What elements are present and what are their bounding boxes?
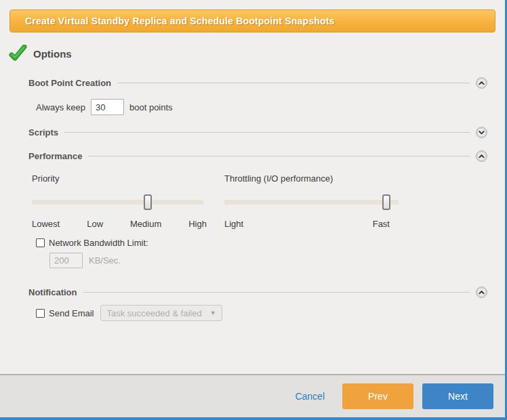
section-title-performance: Performance: [28, 151, 82, 161]
throttling-tick-labels: Light Fast: [224, 219, 399, 229]
wizard-title-banner: Create Virtual Standby Replica and Sched…: [9, 9, 495, 33]
section-divider-line: [64, 132, 470, 133]
network-bandwidth-row: Network Bandwidth Limit:: [36, 238, 487, 248]
next-button[interactable]: Next: [422, 383, 493, 409]
throttling-tick-fast: Fast: [373, 219, 390, 229]
throttling-slider-handle[interactable]: [382, 194, 390, 210]
wizard-footer: Cancel Prev Next: [0, 374, 505, 417]
dropdown-arrow-icon: ▼: [210, 310, 216, 316]
section-header-notification: Notification: [28, 287, 487, 298]
email-trigger-value: Task succeeded & failed: [106, 308, 201, 318]
chevron-up-icon: [476, 77, 487, 89]
bandwidth-unit-label: KB/Sec.: [89, 255, 121, 266]
priority-tick-high: High: [188, 219, 207, 229]
performance-sliders-row: Priority Lowest Low Medium High Throttli…: [32, 173, 487, 229]
priority-tick-medium: Medium: [130, 219, 161, 229]
section-title-scripts: Scripts: [28, 127, 58, 138]
throttling-column: Throttling (I/O performance) Light Fast: [224, 173, 428, 229]
throttling-slider: [224, 194, 428, 210]
priority-column: Priority Lowest Low Medium High: [32, 173, 224, 229]
section-divider-line: [117, 83, 470, 83]
section-divider-line: [83, 292, 470, 293]
bandwidth-value-row: KB/Sec.: [49, 253, 487, 268]
priority-tick-lowest: Lowest: [32, 219, 60, 229]
throttling-label: Throttling (I/O performance): [224, 173, 428, 184]
network-bandwidth-label: Network Bandwidth Limit:: [49, 238, 148, 248]
section-header-performance: Performance: [28, 150, 487, 162]
step-heading-row: Options: [9, 44, 505, 63]
chevron-down-icon: [476, 127, 487, 138]
network-bandwidth-checkbox[interactable]: [36, 238, 45, 247]
priority-slider-handle[interactable]: [144, 194, 152, 210]
section-divider-line: [88, 156, 470, 156]
boot-points-row: Always keep boot points: [36, 99, 487, 115]
create-virtual-standby-dialog: Create Virtual Standby Replica and Sched…: [0, 0, 507, 420]
collapse-performance-button[interactable]: [476, 150, 487, 162]
boot-points-input[interactable]: [91, 99, 124, 115]
send-email-label: Send Email: [49, 308, 94, 318]
email-trigger-dropdown: Task succeeded & failed ▼: [100, 305, 222, 321]
dialog-title: Create Virtual Standby Replica and Sched…: [25, 16, 335, 26]
throttling-slider-track[interactable]: [224, 200, 399, 205]
section-title-boot-point-creation: Boot Point Creation: [28, 78, 111, 88]
always-keep-label: Always keep: [36, 102, 85, 112]
green-check-icon: [9, 45, 27, 63]
chevron-up-icon: [476, 287, 487, 298]
collapse-boot-point-button[interactable]: [476, 77, 487, 89]
step-heading: Options: [33, 48, 72, 60]
priority-slider: [32, 194, 224, 210]
priority-label: Priority: [32, 173, 224, 184]
boot-points-label: boot points: [129, 102, 173, 112]
collapse-notification-button[interactable]: [476, 287, 487, 298]
bandwidth-value-input: [49, 253, 83, 268]
send-email-row: Send Email Task succeeded & failed ▼: [36, 305, 487, 321]
expand-scripts-button[interactable]: [476, 127, 487, 138]
priority-slider-track[interactable]: [32, 200, 203, 205]
send-email-checkbox[interactable]: [36, 309, 45, 318]
cancel-button[interactable]: Cancel: [295, 391, 325, 402]
priority-tick-low: Low: [87, 219, 103, 229]
chevron-up-icon: [476, 150, 487, 162]
section-title-notification: Notification: [28, 287, 77, 297]
options-sections: Boot Point Creation Always keep boot poi…: [28, 77, 487, 321]
priority-tick-labels: Lowest Low Medium High: [32, 219, 207, 229]
section-header-boot-point-creation: Boot Point Creation: [28, 77, 487, 89]
section-header-scripts: Scripts: [28, 127, 487, 138]
prev-button[interactable]: Prev: [342, 383, 413, 409]
throttling-tick-light: Light: [224, 219, 243, 229]
